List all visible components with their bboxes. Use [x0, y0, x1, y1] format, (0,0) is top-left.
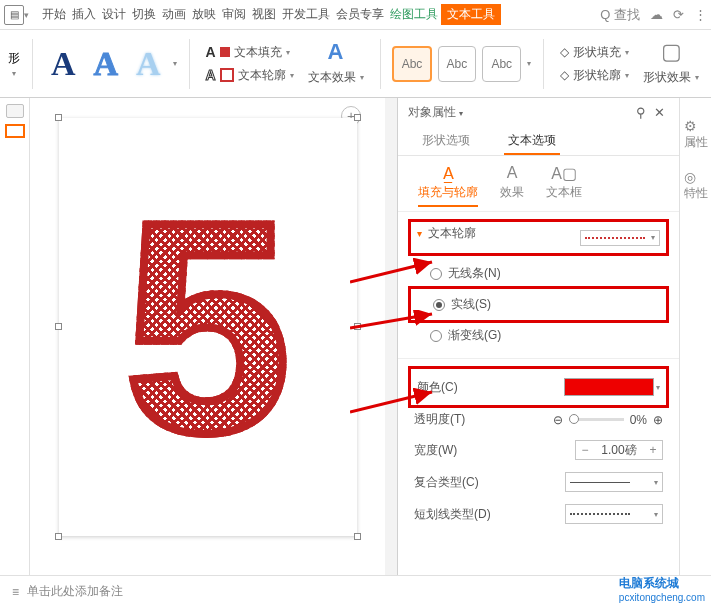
resize-handle[interactable]	[55, 114, 62, 121]
shape-style-1[interactable]: Abc	[392, 46, 431, 82]
thumb-layout-icon[interactable]	[6, 104, 24, 118]
shape-style-3[interactable]: Abc	[482, 46, 521, 82]
rail-props[interactable]: ⚙属性	[684, 118, 708, 151]
color-swatch[interactable]	[564, 378, 654, 396]
file-icon[interactable]: ▤	[4, 5, 24, 25]
menu-anim[interactable]: 动画	[159, 6, 189, 23]
section-text-outline[interactable]: ▾文本轮廓	[417, 225, 476, 242]
chevron-icon[interactable]: ▾	[24, 10, 29, 20]
text-style-outline[interactable]: A	[87, 45, 124, 83]
pin-icon[interactable]: ⚲	[632, 105, 650, 120]
resize-handle[interactable]	[354, 323, 361, 330]
subtab-textbox[interactable]: A▢文本框	[546, 164, 582, 207]
menu-start[interactable]: 开始	[39, 6, 69, 23]
share-icon[interactable]: ⟳	[673, 7, 684, 22]
menu-show[interactable]: 放映	[189, 6, 219, 23]
slide-canvas[interactable]: + 5	[30, 98, 385, 575]
menu-insert[interactable]: 插入	[69, 6, 99, 23]
radio-gradient-line[interactable]: 渐变线(G)	[414, 323, 663, 348]
text-style-glow[interactable]: A	[130, 45, 167, 83]
text-outline-button[interactable]: A文本轮廓▾	[201, 65, 297, 86]
text-glyph-5[interactable]: 5	[124, 177, 291, 477]
notes-icon[interactable]: ≡	[12, 585, 19, 599]
resize-handle[interactable]	[354, 114, 361, 121]
shape-fill-button[interactable]: ◇形状填充▾	[556, 42, 633, 63]
slide-content[interactable]: 5	[59, 118, 357, 536]
tab-shape-options[interactable]: 形状选项	[418, 126, 474, 155]
resize-handle[interactable]	[55, 533, 62, 540]
slide-thumbnail-1[interactable]	[5, 124, 25, 138]
label-color: 颜色(C)	[417, 379, 458, 396]
shape-style-2[interactable]: Abc	[438, 46, 477, 82]
subtab-effect[interactable]: A效果	[500, 164, 524, 207]
menu-vip[interactable]: 会员专享	[333, 6, 387, 23]
subtab-fill-outline[interactable]: A̲填充与轮廓	[418, 164, 478, 207]
label-compound: 复合类型(C)	[414, 474, 479, 491]
text-style-solid[interactable]: A	[45, 45, 82, 83]
cloud-icon[interactable]: ☁	[650, 7, 663, 22]
shape-outline-button[interactable]: ◇形状轮廓▾	[556, 65, 633, 86]
opacity-slider[interactable]: ⊖0%⊕	[553, 413, 663, 427]
format-label: 形	[8, 50, 20, 67]
label-opacity: 透明度(T)	[414, 411, 465, 428]
collapse-icon: ▾	[417, 228, 422, 239]
format-group: 形 ▾	[8, 50, 20, 78]
more-icon[interactable]: ⋮	[694, 7, 707, 22]
radio-solid-line[interactable]: 实线(S)	[417, 292, 660, 317]
width-stepper[interactable]: −1.00磅+	[575, 440, 663, 460]
tab-text-options[interactable]: 文本选项	[504, 126, 560, 155]
menu-texttool[interactable]: 文本工具	[441, 4, 501, 25]
menu-view[interactable]: 视图	[249, 6, 279, 23]
menu-switch[interactable]: 切换	[129, 6, 159, 23]
text-effect-icon: A	[328, 39, 344, 65]
menu-dev[interactable]: 开发工具	[279, 6, 333, 23]
shape-effect-button[interactable]: 形状效果▾	[639, 67, 703, 88]
menu-drawtool[interactable]: 绘图工具	[387, 6, 441, 23]
close-icon[interactable]: ✕	[650, 105, 669, 120]
text-effect-button[interactable]: 文本效果▾	[304, 67, 368, 88]
outline-preview[interactable]: ▾	[580, 230, 660, 246]
label-dash: 短划线类型(D)	[414, 506, 491, 523]
menu-design[interactable]: 设计	[99, 6, 129, 23]
shape-effect-icon: ▢	[661, 39, 682, 65]
text-fill-button[interactable]: A文本填充▾	[201, 42, 297, 63]
scrollbar[interactable]	[385, 98, 397, 575]
panel-title: 对象属性 ▾	[408, 104, 463, 121]
menu-review[interactable]: 审阅	[219, 6, 249, 23]
radio-no-line[interactable]: 无线条(N)	[414, 261, 663, 286]
resize-handle[interactable]	[354, 533, 361, 540]
notes-placeholder[interactable]: 单击此处添加备注	[27, 583, 123, 600]
search-button[interactable]: Q 查找	[600, 6, 640, 24]
compound-dropdown[interactable]: ▾	[565, 472, 663, 492]
dash-dropdown[interactable]: ▾	[565, 504, 663, 524]
label-width: 宽度(W)	[414, 442, 457, 459]
rail-feature[interactable]: ◎特性	[684, 169, 708, 202]
resize-handle[interactable]	[55, 323, 62, 330]
